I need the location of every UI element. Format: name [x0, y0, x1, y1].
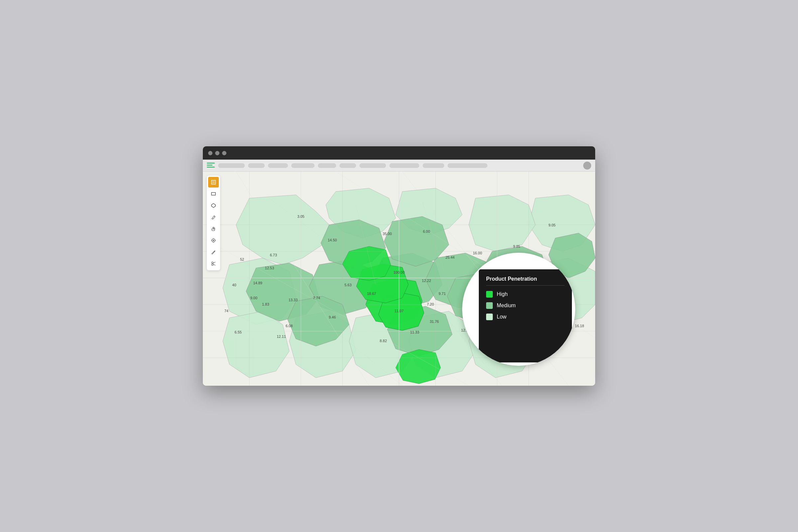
toolbar-pill-2	[248, 163, 265, 168]
traffic-dot-3	[222, 151, 226, 155]
legend-label-medium: Medium	[497, 303, 516, 308]
toolbar-pill-7	[359, 163, 386, 168]
map-number: 7.20	[427, 302, 434, 306]
toolbar-pill-5	[318, 163, 336, 168]
map-number: 52	[240, 258, 244, 261]
hand-icon	[211, 226, 216, 231]
toolbar-pill-10	[448, 163, 488, 168]
select-icon	[211, 179, 216, 185]
legend-swatch-medium	[486, 302, 493, 309]
legend-swatch-low	[486, 314, 493, 320]
svg-marker-55	[211, 204, 215, 208]
map-number: 12.11	[277, 335, 286, 339]
map-number: 35.00	[383, 232, 392, 236]
hand-tool-button[interactable]	[208, 224, 219, 234]
scissors-icon	[211, 261, 216, 266]
legend-popup: Product Penetration High Medium Low	[462, 253, 575, 366]
pen-tool-button[interactable]	[208, 212, 219, 223]
traffic-dot-1	[208, 151, 212, 155]
map-number: 9.46	[329, 315, 336, 319]
brush-icon	[211, 249, 216, 255]
svg-rect-54	[211, 192, 215, 195]
map-number: 1.83	[262, 302, 269, 306]
polygon-icon	[211, 203, 216, 208]
legend-label-low: Low	[497, 314, 507, 320]
map-number: 9.85	[513, 244, 520, 248]
scissors-tool-button[interactable]	[208, 258, 219, 269]
brush-tool-button[interactable]	[208, 247, 219, 258]
map-number: 6.73	[270, 253, 277, 257]
traffic-dot-2	[215, 151, 220, 155]
legend-item-low: Low	[486, 314, 565, 320]
map-number: 40	[232, 283, 236, 287]
map-number: 9.05	[548, 223, 555, 227]
map-number: 12.53	[265, 266, 274, 270]
rectangle-tool-button[interactable]	[208, 189, 219, 199]
select-tool-button[interactable]	[208, 177, 219, 188]
toolbar-pill-8	[390, 163, 419, 168]
svg-point-64	[212, 264, 213, 266]
toolbar-pill-1	[218, 163, 245, 168]
map-number: 18.67	[367, 291, 376, 296]
toolbar-pill-6	[340, 163, 356, 168]
legend-item-medium: Medium	[486, 302, 565, 309]
browser-window: 3.0514.506.7312.5352407414.891.839.006.5…	[203, 146, 595, 386]
rectangle-icon	[211, 191, 216, 196]
legend-title: Product Penetration	[486, 276, 565, 286]
map-number: 13.33	[289, 298, 298, 302]
map-number: 74	[225, 309, 228, 313]
app-logo[interactable]	[207, 163, 215, 169]
map-number: 14.50	[328, 238, 337, 242]
map-container[interactable]: 3.0514.506.7312.5352407414.891.839.006.5…	[203, 172, 595, 386]
browser-titlebar	[203, 146, 595, 159]
map-number: 100.00	[393, 270, 405, 274]
svg-line-56	[214, 216, 215, 217]
map-number: 9.71	[439, 291, 445, 296]
map-number: 11.07	[394, 309, 404, 313]
map-number: 7.74	[313, 296, 320, 300]
svg-marker-29	[396, 349, 440, 384]
target-tool-button[interactable]	[208, 235, 219, 246]
svg-rect-53	[212, 181, 215, 184]
pen-icon	[211, 214, 216, 220]
user-avatar[interactable]	[583, 162, 591, 170]
map-number: 6.55	[234, 330, 241, 334]
map-number: 11.33	[410, 330, 419, 334]
legend-box: Product Penetration High Medium Low	[479, 269, 572, 362]
toolbar-pill-4	[291, 163, 315, 168]
map-number: 31.76	[430, 320, 439, 324]
map-number: 8.82	[380, 339, 387, 343]
map-number: 16.18	[575, 324, 584, 328]
legend-circle: Product Penetration High Medium Low	[462, 253, 575, 366]
map-number: 5.63	[344, 283, 352, 287]
map-number: 14.89	[253, 281, 262, 285]
map-number: 9.00	[250, 296, 258, 300]
map-number: 12.22	[422, 279, 431, 283]
svg-point-58	[213, 240, 214, 241]
map-number: 6.00	[423, 229, 430, 233]
map-number: 3.05	[297, 214, 304, 218]
legend-label-high: High	[497, 291, 508, 297]
map-number: 25.44	[445, 255, 455, 259]
target-icon	[211, 238, 216, 243]
legend-item-high: High	[486, 291, 565, 298]
browser-toolbar	[203, 159, 595, 172]
legend-swatch-high	[486, 291, 493, 298]
toolbar-pill-9	[423, 163, 444, 168]
svg-marker-28	[342, 246, 391, 281]
svg-point-63	[212, 262, 213, 264]
left-toolbar	[207, 175, 220, 270]
polygon-tool-button[interactable]	[208, 200, 219, 211]
toolbar-pill-3	[268, 163, 288, 168]
map-number: 6.08	[286, 324, 292, 328]
